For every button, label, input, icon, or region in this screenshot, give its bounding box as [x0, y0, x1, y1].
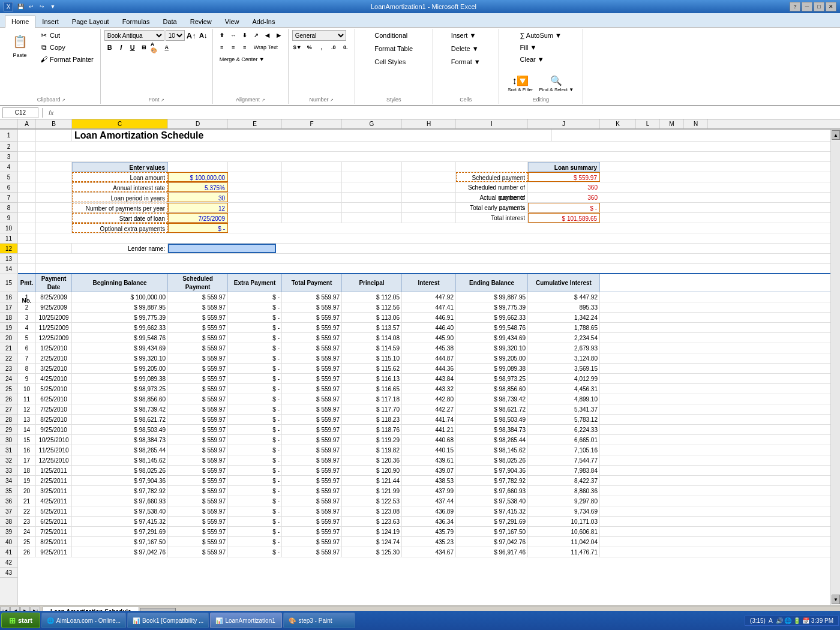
- table-cell[interactable]: $ 98,265.44: [72, 445, 168, 455]
- table-cell[interactable]: $ 559.97: [282, 343, 342, 353]
- row-num-15[interactable]: 15: [0, 274, 17, 292]
- tab-addins[interactable]: Add-Ins: [245, 16, 281, 27]
- tab-view[interactable]: View: [218, 16, 246, 27]
- table-cell[interactable]: $ 99,662.33: [72, 323, 168, 332]
- col-header-h[interactable]: H: [402, 119, 456, 128]
- table-cell[interactable]: 11,042.04: [528, 537, 600, 547]
- cell-loan-amount-value[interactable]: $ 100,000.00: [168, 172, 228, 182]
- table-cell[interactable]: $ 559.97: [168, 404, 228, 414]
- table-cell[interactable]: 9/25/2010: [36, 425, 72, 434]
- row-num-31[interactable]: 31: [0, 445, 17, 455]
- table-cell[interactable]: $ 98,265.44: [456, 435, 528, 445]
- bold-button[interactable]: B: [104, 42, 115, 53]
- table-cell[interactable]: $ 559.97: [282, 384, 342, 394]
- align-top-btn[interactable]: ⬆: [217, 30, 227, 41]
- row-num-9[interactable]: 9: [0, 213, 17, 223]
- table-cell[interactable]: $ -: [228, 415, 282, 424]
- table-cell[interactable]: $ 98,856.60: [72, 394, 168, 404]
- row-num-17[interactable]: 17: [0, 302, 17, 313]
- table-cell[interactable]: $ 559.97: [168, 364, 228, 373]
- table-cell[interactable]: $ 97,415.32: [72, 517, 168, 526]
- table-cell[interactable]: $ 559.97: [282, 506, 342, 516]
- cell-scheduled-payment-label[interactable]: Scheduled payment: [456, 172, 528, 182]
- table-cell[interactable]: 445.38: [402, 343, 456, 353]
- col-header-g[interactable]: G: [342, 119, 402, 128]
- table-cell[interactable]: 9/25/2011: [36, 547, 72, 557]
- table-cell[interactable]: 17: [18, 455, 36, 465]
- table-cell[interactable]: 7/25/2010: [36, 404, 72, 414]
- table-row[interactable]: 225/25/2011$ 97,538.40$ 559.97$ -$ 559.9…: [18, 506, 830, 517]
- table-cell[interactable]: $ 97,538.40: [72, 506, 168, 516]
- row-num-10[interactable]: 10: [0, 223, 17, 233]
- col-header-f[interactable]: F: [282, 119, 342, 128]
- table-cell[interactable]: $ 99,205.00: [72, 364, 168, 373]
- sort-filter-button[interactable]: ↕🔽 Sort & Filter: [506, 74, 535, 94]
- table-cell[interactable]: $ 559.97: [168, 333, 228, 343]
- table-cell[interactable]: $ 97,904.36: [72, 476, 168, 485]
- table-header-beginning-balance[interactable]: Beginning Balance: [72, 274, 168, 292]
- table-cell[interactable]: $ 98,739.42: [72, 404, 168, 414]
- table-cell[interactable]: $ 559.97: [168, 435, 228, 445]
- table-cell[interactable]: 11/25/2009: [36, 323, 72, 332]
- col-header-k[interactable]: K: [600, 119, 636, 128]
- table-row[interactable]: 258/25/2011$ 97,167.50$ 559.97$ -$ 559.9…: [18, 537, 830, 547]
- table-row[interactable]: 149/25/2010$ 98,503.49$ 559.97$ -$ 559.9…: [18, 425, 830, 435]
- table-cell[interactable]: $ -: [228, 292, 282, 302]
- table-cell[interactable]: $ 97,291.69: [456, 517, 528, 526]
- table-cell[interactable]: 9: [18, 374, 36, 383]
- row-num-36[interactable]: 36: [0, 496, 17, 506]
- table-cell[interactable]: 24: [18, 527, 36, 536]
- cell-actual-num-label[interactable]: Actual number of payments: [456, 193, 528, 202]
- table-cell[interactable]: $ 115.10: [342, 353, 402, 363]
- percent-btn[interactable]: %: [304, 42, 315, 53]
- minimize-btn[interactable]: ─: [802, 2, 812, 11]
- table-cell[interactable]: 3/25/2011: [36, 486, 72, 496]
- table-cell[interactable]: $ 121.44: [342, 476, 402, 485]
- cell-optional-extra-label[interactable]: Optional extra payments: [72, 223, 168, 233]
- table-cell[interactable]: $ 99,089.38: [456, 364, 528, 373]
- table-cell[interactable]: $ 99,887.95: [72, 302, 168, 312]
- cell-total-early-value[interactable]: $ -: [528, 203, 600, 212]
- cell-lender-name-input[interactable]: [168, 244, 276, 253]
- table-cell[interactable]: $ 559.97: [168, 425, 228, 434]
- cell-annual-rate-value[interactable]: 5.375%: [168, 182, 228, 192]
- table-cell[interactable]: $ 559.97: [168, 445, 228, 455]
- taskbar-loanamortization[interactable]: 📊 LoanAmortization1: [210, 613, 282, 628]
- cell-scheduled-payment-value[interactable]: $ 559.97: [528, 172, 600, 182]
- cell-a1[interactable]: [18, 130, 36, 141]
- col-header-i[interactable]: I: [456, 119, 528, 128]
- font-color-btn[interactable]: A: [161, 42, 172, 53]
- copy-button[interactable]: ⧉ Copy: [36, 42, 97, 53]
- col-header-m[interactable]: M: [660, 119, 684, 128]
- cell-annual-rate-label[interactable]: Annual interest rate: [72, 182, 168, 192]
- col-header-l[interactable]: L: [636, 119, 660, 128]
- row-num-18[interactable]: 18: [0, 313, 17, 323]
- table-cell[interactable]: 1,342.24: [528, 313, 600, 322]
- table-cell[interactable]: $ 122.53: [342, 496, 402, 506]
- row-num-12[interactable]: 12: [0, 244, 17, 254]
- table-cell[interactable]: $ 97,538.40: [456, 496, 528, 506]
- table-cell[interactable]: $ 99,887.95: [456, 292, 528, 302]
- table-cell[interactable]: $ 559.97: [168, 517, 228, 526]
- row-num-39[interactable]: 39: [0, 527, 17, 537]
- cell-b1[interactable]: [36, 130, 72, 141]
- wrap-text-button[interactable]: Wrap Text: [251, 42, 281, 53]
- table-cell[interactable]: 443.84: [402, 374, 456, 383]
- table-cell[interactable]: $ 559.97: [282, 476, 342, 485]
- col-header-b[interactable]: B: [36, 119, 72, 128]
- table-cell[interactable]: 437.44: [402, 496, 456, 506]
- table-cell[interactable]: $ -: [228, 353, 282, 363]
- table-cell[interactable]: $ -: [228, 404, 282, 414]
- table-cell[interactable]: 444.87: [402, 353, 456, 363]
- row-num-34[interactable]: 34: [0, 476, 17, 486]
- table-cell[interactable]: 21: [18, 496, 36, 506]
- table-cell[interactable]: $ 98,856.60: [456, 384, 528, 394]
- table-cell[interactable]: 20: [18, 486, 36, 496]
- cell-total-early-label[interactable]: Total early payments: [456, 203, 528, 212]
- underline-button[interactable]: U: [127, 42, 138, 53]
- find-select-button[interactable]: 🔍 Find & Select ▼: [538, 74, 576, 94]
- table-cell[interactable]: 8,422.37: [528, 476, 600, 485]
- row-num-40[interactable]: 40: [0, 537, 17, 547]
- table-cell[interactable]: $ 99,205.00: [456, 353, 528, 363]
- table-cell[interactable]: $ 99,775.39: [72, 313, 168, 322]
